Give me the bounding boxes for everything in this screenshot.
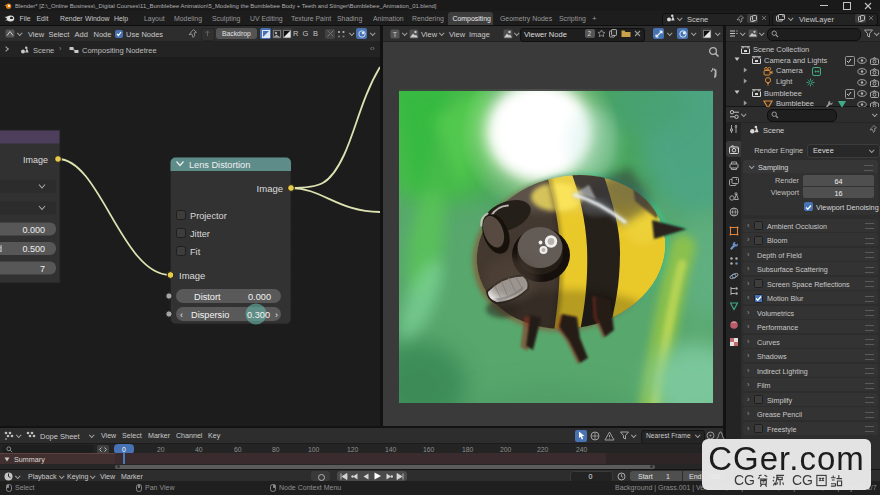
svg-text:7: 7 xyxy=(40,264,45,274)
svg-text:Image: Image xyxy=(257,183,283,194)
svg-text:Projector: Projector xyxy=(190,211,227,221)
svg-text:Lens Distortion: Lens Distortion xyxy=(189,160,250,170)
svg-text:Jitter: Jitter xyxy=(190,229,210,239)
svg-text:0.300: 0.300 xyxy=(247,310,270,320)
svg-text:0.000: 0.000 xyxy=(248,292,271,302)
svg-text:‹: ‹ xyxy=(180,310,183,320)
svg-text:T: T xyxy=(393,30,398,37)
svg-text:d: d xyxy=(0,244,2,254)
svg-text:›: › xyxy=(275,310,278,320)
svg-text:Distort: Distort xyxy=(194,292,221,302)
svg-text:Image: Image xyxy=(179,270,205,281)
svg-text:Dispersio: Dispersio xyxy=(191,310,229,320)
svg-text:Image: Image xyxy=(23,155,48,165)
svg-text:Fit: Fit xyxy=(190,247,201,257)
svg-text:0.000: 0.000 xyxy=(22,225,45,235)
svg-text:0.500: 0.500 xyxy=(22,244,45,254)
